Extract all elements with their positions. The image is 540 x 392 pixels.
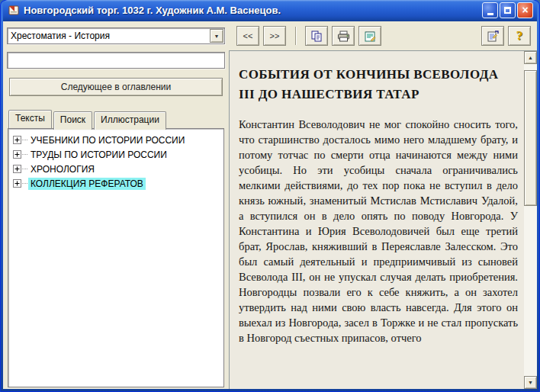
expand-plus-icon[interactable] xyxy=(13,150,21,159)
help-button[interactable]: ? xyxy=(508,26,531,46)
scroll-up-button[interactable]: ▲ xyxy=(524,51,537,64)
close-button[interactable]: × xyxy=(517,2,533,18)
tree-item-label[interactable]: УЧЕБНИКИ ПО ИСТОРИИ РОССИИ xyxy=(28,134,187,146)
tree-item-label[interactable]: ТРУДЫ ПО ИСТОРИИ РОССИИ xyxy=(28,149,169,161)
titlebar: Новгородский торг. 1032 г. Художник А.М.… xyxy=(3,0,537,21)
properties-button[interactable] xyxy=(481,26,504,46)
expand-plus-icon[interactable] xyxy=(13,136,21,144)
chevron-down-icon[interactable]: ▼ xyxy=(210,29,223,43)
tree-item-label-selected[interactable]: КОЛЛЕКЦИЯ РЕФЕРАТОВ xyxy=(28,178,146,190)
expand-plus-icon[interactable] xyxy=(13,179,21,188)
article-paragraph: Константин Всеволодович не мог спокойно … xyxy=(239,117,518,345)
print-button[interactable] xyxy=(332,26,355,46)
help-icon: ? xyxy=(516,28,523,43)
scrollbar-track[interactable] xyxy=(524,64,537,376)
content-area: СОБЫТИЯ ОТ КОНЧИНЫ ВСЕВОЛОДА III ДО НАШЕ… xyxy=(229,50,537,389)
prev-page-button[interactable]: << xyxy=(236,26,259,46)
scroll-up-icon: ▲ xyxy=(528,55,533,60)
tree-connector xyxy=(22,154,27,155)
next-in-toc-button[interactable]: Следующее в оглавлении xyxy=(9,78,223,96)
tree-connector xyxy=(22,183,27,184)
scroll-down-button[interactable]: ▼ xyxy=(524,376,537,389)
copy-button[interactable] xyxy=(305,26,328,46)
window-title: Новгородский торг. 1032 г. Художник А.М.… xyxy=(24,5,478,16)
properties-icon xyxy=(487,31,499,42)
scroll-down-icon: ▼ xyxy=(528,380,533,385)
next-page-button[interactable]: >> xyxy=(263,26,286,46)
tree-item-textbooks[interactable]: УЧЕБНИКИ ПО ИСТОРИИ РОССИИ xyxy=(11,133,222,147)
tree-item-essays[interactable]: КОЛЛЕКЦИЯ РЕФЕРАТОВ xyxy=(11,176,222,191)
toc-tree: УЧЕБНИКИ ПО ИСТОРИИ РОССИИ ТРУДЫ ПО ИСТО… xyxy=(8,128,224,387)
window-controls: × xyxy=(482,2,533,18)
article-heading: СОБЫТИЯ ОТ КОНЧИНЫ ВСЕВОЛОДА III ДО НАШЕ… xyxy=(239,65,518,104)
tab-search[interactable]: Поиск xyxy=(53,111,92,130)
app-icon xyxy=(8,4,20,16)
search-input[interactable] xyxy=(7,52,225,69)
scrollbar-thumb[interactable] xyxy=(524,70,537,206)
maximize-icon xyxy=(504,7,511,14)
sidebar: Хрестоматия - История ▼ Следующее в огла… xyxy=(3,21,229,389)
minimize-button[interactable] xyxy=(482,2,498,18)
client-area: Хрестоматия - История ▼ Следующее в огла… xyxy=(3,21,537,389)
maximize-button[interactable] xyxy=(500,2,516,18)
tree-connector xyxy=(22,140,27,140)
close-icon: × xyxy=(522,5,528,15)
tree-item-works[interactable]: ТРУДЫ ПО ИСТОРИИ РОССИИ xyxy=(11,147,222,162)
app-window: Новгородский торг. 1032 г. Художник А.М.… xyxy=(0,0,540,392)
toolbar-separator xyxy=(295,27,296,45)
article: СОБЫТИЯ ОТ КОНЧИНЫ ВСЕВОЛОДА III ДО НАШЕ… xyxy=(230,51,524,389)
vertical-scrollbar[interactable]: ▲ ▼ xyxy=(524,51,537,389)
print-icon xyxy=(337,31,350,42)
notes-button[interactable] xyxy=(358,26,381,46)
notes-icon xyxy=(364,31,376,42)
minimize-icon xyxy=(487,13,493,15)
tree-connector xyxy=(22,169,27,169)
sidebar-tabs: Тексты Поиск Иллюстрации xyxy=(8,110,225,128)
tree-item-label[interactable]: ХРОНОЛОГИЯ xyxy=(28,163,97,175)
expand-plus-icon[interactable] xyxy=(13,165,21,173)
toolbar: << >> xyxy=(229,21,537,50)
tab-illustrations[interactable]: Иллюстрации xyxy=(94,111,166,130)
tab-texts[interactable]: Тексты xyxy=(8,110,52,128)
book-select-value: Хрестоматия - История xyxy=(8,31,209,41)
reader-panel: << >> xyxy=(229,21,537,389)
book-select[interactable]: Хрестоматия - История ▼ xyxy=(7,27,225,44)
copy-icon xyxy=(310,31,323,42)
tree-item-chronology[interactable]: ХРОНОЛОГИЯ xyxy=(11,162,222,176)
